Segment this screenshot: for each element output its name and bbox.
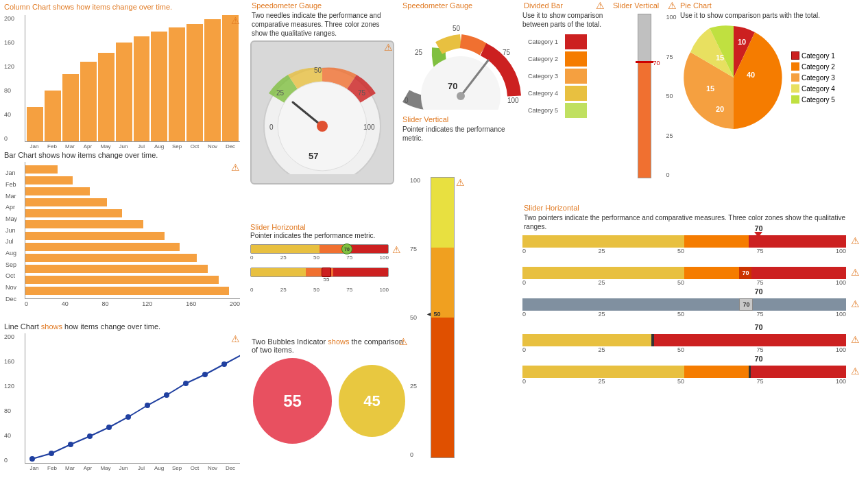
col-bar-oct <box>186 24 203 141</box>
slider-hr-row1: 70 ⚠ 0255075100 <box>522 235 860 254</box>
bar-feb <box>25 176 73 184</box>
div-bar-cat5: Category 5 <box>565 103 587 118</box>
column-chart-title: Column Chart shows how items change over… <box>0 0 247 14</box>
slider-hr-row4-warning: ⚠ <box>851 334 860 345</box>
svg-point-4 <box>106 425 112 430</box>
div-bar-cat1: Category 1 <box>565 34 587 49</box>
bar-jul <box>25 232 165 240</box>
pie-chart-section: Pie Chart Use it to show comparison part… <box>679 0 868 132</box>
bubbles-container: 55 45 <box>250 355 408 447</box>
pie-chart-container: 40 20 15 15 10 Category 1 Category 2 Ca <box>679 23 868 132</box>
slider-h1-labels: 0255075100 <box>250 254 389 261</box>
col-bar-aug <box>151 32 167 141</box>
svg-text:100: 100 <box>363 123 375 131</box>
slider-hr-row2-labels: 0255075100 <box>522 279 846 286</box>
speedometer2-title: Speedometer Gauge <box>401 0 528 11</box>
speedometer2-section: Speedometer Gauge 50 25 75 0 <box>401 0 528 143</box>
slider-h1-knob[interactable]: 70 <box>341 243 352 254</box>
svg-text:70: 70 <box>448 81 457 91</box>
svg-point-2 <box>68 442 73 447</box>
slider-h2-labels: 0255075100 <box>250 277 389 293</box>
svg-text:75: 75 <box>358 89 366 97</box>
divided-bar-container: Category 1 Category 2 Category 3 Categor… <box>522 34 605 118</box>
bar-x-labels: 0 40 80 120 160 200 <box>25 299 240 307</box>
bubble-red: 55 <box>253 358 332 444</box>
pie-chart-title: Pie Chart <box>679 0 868 11</box>
dashboard-page: Column Chart shows how items change over… <box>0 0 868 500</box>
slider-hr-row3: 70 ⚠ 70 0255075100 <box>522 298 860 318</box>
slider-hr-row2-warning: ⚠ <box>851 267 860 278</box>
svg-text:10: 10 <box>738 38 746 46</box>
slider-hr-row5-track <box>522 366 846 378</box>
div-bar-cat3: Category 3 <box>565 69 587 84</box>
column-chart-warning: ⚠ <box>231 15 240 26</box>
bar-jan <box>25 165 58 174</box>
bar-chart-container: ⚠ Jan Feb Mar Apr May Jun Jul Aug Sep Oc… <box>25 162 240 320</box>
svg-point-10 <box>221 361 227 367</box>
slider-v-right-y-labels: 0 25 50 75 100 <box>666 14 676 178</box>
line-x-labels: Jan Feb Mar Apr May Jun Jul Aug Sep Oct … <box>25 464 240 473</box>
slider-v-right-warning: ⚠ <box>668 0 677 11</box>
slider-hr-row2-track: 70 <box>522 267 846 279</box>
pie-chart-desc: Use it to show comparison parts with the… <box>679 11 868 23</box>
slider-hr-row3-labels: 0255075100 <box>522 311 846 318</box>
speedometer1-desc: Two needles indicate the performance and… <box>250 11 398 40</box>
svg-point-0 <box>29 456 35 462</box>
col-bar-sep <box>169 27 185 141</box>
svg-text:15: 15 <box>716 53 724 62</box>
col-bar-dec <box>222 15 239 141</box>
bar-chart-section: Bar Chart shows how items change over ti… <box>0 150 247 320</box>
pie-legend-cat3: Category 3 <box>791 73 835 82</box>
col-bar-nov <box>204 19 221 141</box>
speedometer1-svg: 0 25 50 75 100 57 <box>257 51 387 174</box>
line-chart-section: Line Chart shows how items change over t… <box>0 321 247 491</box>
bar-chart-warning: ⚠ <box>231 162 240 173</box>
line-y-labels: 0 40 80 120 160 200 <box>4 333 14 464</box>
slider-v-right-title: Slider Vertical <box>612 0 677 11</box>
slider-hr-row5: 70 ⚠ 0255075100 <box>522 366 860 385</box>
svg-point-5 <box>125 414 131 420</box>
svg-point-3 <box>87 433 93 439</box>
slider-hr-row1-warning: ⚠ <box>851 235 860 246</box>
svg-text:25: 25 <box>276 89 285 97</box>
slider-hr-row3-warning: ⚠ <box>851 298 860 309</box>
svg-point-9 <box>202 372 208 377</box>
svg-point-6 <box>145 403 150 408</box>
divided-bar-section: Divided Bar Use it to show comparison be… <box>522 0 605 118</box>
bar-jun <box>25 220 143 228</box>
divided-bar-title: Divided Bar <box>522 0 605 11</box>
divided-bar-warning: ⚠ <box>596 0 605 11</box>
speedometer1-section: Speedometer Gauge Two needles indicate t… <box>250 0 398 184</box>
slider-hr-row1-track <box>522 235 846 248</box>
slider-h-section: Slider Horizontal Pointer indicates the … <box>250 223 401 293</box>
bar-apr <box>25 198 107 206</box>
pie-chart-svg: 40 20 15 15 10 <box>679 23 788 132</box>
slider-v-center: ⚠ 0 25 50 75 100 ◄ 50 <box>424 177 465 492</box>
bubbles-section: Two Bubbles Indicator shows the comparis… <box>250 336 408 447</box>
slider-hr-row3-track: 70 <box>522 298 846 311</box>
col-bar-may <box>98 53 114 141</box>
bar-mar <box>25 187 90 195</box>
line-chart-warning: ⚠ <box>231 333 240 344</box>
line-chart-container: ⚠ 0 40 80 120 160 200 <box>25 333 240 491</box>
col-bar-jun <box>116 43 132 141</box>
svg-point-23 <box>421 56 501 110</box>
slider-v-center-desc: Pointer indicates the performance metric… <box>401 125 528 143</box>
slider-h-desc: Pointer indicates the performance metric… <box>250 231 401 240</box>
slider-h2-knob[interactable] <box>322 267 331 277</box>
svg-text:40: 40 <box>747 71 755 79</box>
slider-v-center-title: Slider Vertical <box>401 114 528 125</box>
divided-bar-rows: Category 1 Category 2 Category 3 Categor… <box>565 34 587 118</box>
bar-may <box>25 209 122 217</box>
bar-y-labels: Jan Feb Mar Apr May Jun Jul Aug Sep Oct … <box>5 167 17 305</box>
column-chart-section: Column Chart shows how items change over… <box>0 0 247 159</box>
svg-text:0: 0 <box>405 97 409 104</box>
svg-text:50: 50 <box>314 67 322 74</box>
speedometer1-warning: ⚠ <box>384 42 393 53</box>
div-bar-cat4: Category 4 <box>565 86 587 101</box>
slider-hr-row2: ⚠ 70 0255075100 <box>522 267 860 286</box>
column-bars <box>25 15 240 142</box>
bubble-yellow: 45 <box>339 365 405 437</box>
svg-point-7 <box>164 392 169 398</box>
slider-h1-warning: ⚠ <box>392 244 401 255</box>
